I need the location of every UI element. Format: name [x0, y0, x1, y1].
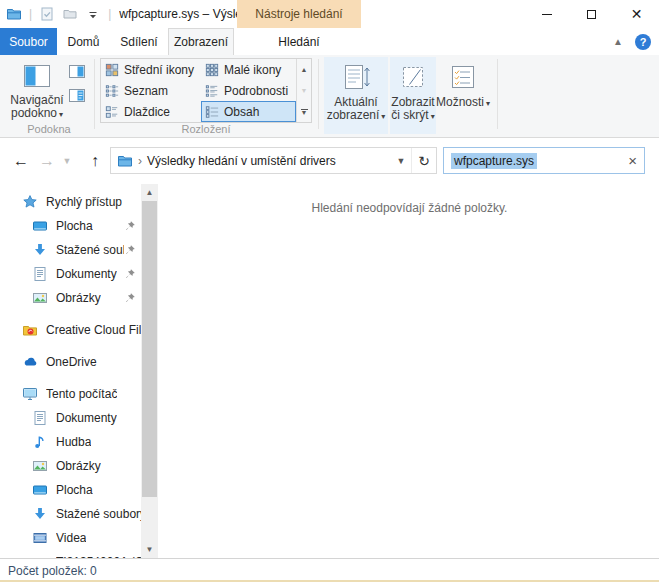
layout-scroll-up-icon[interactable]: ▲: [297, 59, 311, 80]
details-pane-button[interactable]: [66, 86, 88, 105]
tab-search[interactable]: Hledání: [237, 28, 361, 55]
onedrive-cloud-icon: [22, 354, 38, 370]
layout-scroll-buttons: ▲ ▼ ▼: [296, 59, 311, 122]
videos-icon: [32, 530, 48, 546]
navigation-pane: Rychlý přístup Plocha Stažené soub Dokum…: [0, 184, 160, 558]
this-pc-icon: [22, 386, 38, 402]
sidebar-tree-item[interactable]: Creative Cloud Fil: [0, 318, 160, 342]
current-view-button[interactable]: Aktuální zobrazení▾: [324, 57, 388, 134]
sidebar-tree-item[interactable]: Dokumenty: [0, 406, 160, 430]
layout-more-icon[interactable]: ▼: [297, 101, 311, 122]
quick-access-star-icon: [22, 194, 38, 210]
medium-icons-icon: [105, 63, 119, 77]
back-button[interactable]: ←: [8, 147, 34, 174]
options-button[interactable]: Možnosti▾: [438, 57, 488, 134]
maximize-icon: [587, 10, 596, 19]
forward-button[interactable]: →: [36, 147, 58, 174]
sidebar-tree-item[interactable]: Stažené soubory: [0, 502, 160, 526]
desktop-icon: [32, 218, 48, 234]
history-dropdown-icon[interactable]: ▼: [60, 147, 74, 174]
tab-home[interactable]: Domů: [57, 28, 110, 55]
search-box[interactable]: wfpcapture.sys ×: [443, 147, 645, 174]
layout-option[interactable]: Malé ikony: [201, 59, 296, 80]
group-label-panes: Podokna: [8, 123, 90, 135]
tab-view[interactable]: Zobrazení: [168, 28, 234, 55]
layout-option[interactable]: Střední ikony: [101, 59, 201, 80]
properties-icon[interactable]: [39, 6, 55, 22]
sidebar-tree-item[interactable]: Obrázky: [0, 454, 160, 478]
item-count: Počet položek: 0: [8, 564, 97, 578]
preview-pane-button[interactable]: [66, 62, 88, 81]
sidebar-tree-item[interactable]: Videa: [0, 526, 160, 550]
customize-quick-access-icon[interactable]: [85, 6, 101, 22]
creative-cloud-folder-icon: [22, 322, 38, 338]
sidebar-tree-item[interactable]: Tento počítač: [0, 382, 160, 406]
downloads-icon: [32, 242, 48, 258]
pin-icon: [124, 220, 136, 232]
contextual-tab-header: Nástroje hledání: [237, 0, 361, 28]
details-pane-icon: [67, 86, 87, 106]
dropdown-caret-icon: ▾: [431, 112, 435, 121]
desktop-icon: [32, 482, 48, 498]
group-separator: [318, 59, 319, 129]
preview-pane-icon: [67, 62, 87, 82]
scroll-up-icon[interactable]: ▲: [141, 184, 158, 201]
breadcrumb-path[interactable]: Výsledky hledání v umístění drivers: [147, 154, 336, 168]
show-hide-icon: [397, 61, 429, 93]
pictures-icon: [32, 290, 48, 306]
sidebar-scrollbar[interactable]: ▲ ▼: [141, 184, 158, 558]
status-bar: Počet položek: 0: [0, 558, 659, 582]
explorer-window-icon: [6, 6, 22, 22]
clear-search-icon[interactable]: ×: [628, 153, 637, 168]
dropdown-caret-icon: ▾: [59, 110, 63, 119]
breadcrumb-chevron-icon[interactable]: ›: [138, 154, 142, 168]
layout-option[interactable]: Seznam: [101, 80, 201, 101]
pictures-icon: [32, 458, 48, 474]
scrollbar-thumb[interactable]: [142, 201, 157, 497]
tab-share[interactable]: Sdílení: [110, 28, 168, 55]
location-folder-icon: [117, 153, 133, 169]
dropdown-caret-icon: ▾: [486, 99, 490, 108]
new-folder-icon[interactable]: [62, 6, 78, 22]
address-dropdown-icon[interactable]: ▼: [391, 156, 411, 166]
pin-icon: [124, 244, 136, 256]
options-icon: [447, 61, 479, 93]
sidebar-tree-item[interactable]: Dokumenty: [0, 262, 160, 286]
sidebar-tree-item[interactable]: OneDrive: [0, 350, 160, 374]
ribbon-tab-row: Soubor Domů Sdílení Zobrazení Hledání ▲ …: [0, 28, 659, 55]
help-icon[interactable]: ?: [635, 34, 651, 50]
sidebar-tree-item[interactable]: TI31354000A (C:): [0, 550, 160, 558]
refresh-icon[interactable]: ↻: [411, 148, 436, 173]
documents-icon: [32, 266, 48, 282]
maximize-button[interactable]: [569, 0, 614, 28]
close-button[interactable]: ✕: [614, 0, 659, 28]
layout-option[interactable]: Dlaždice: [101, 101, 201, 122]
search-input-value[interactable]: wfpcapture.sys: [451, 153, 537, 169]
layout-options-column-1: Střední ikony Seznam Dlaždice: [101, 59, 201, 122]
layout-option[interactable]: Obsah: [201, 101, 296, 122]
sidebar-tree-item[interactable]: Stažené soub: [0, 238, 160, 262]
sidebar-tree-item[interactable]: Plocha: [0, 478, 160, 502]
up-button[interactable]: ↑: [82, 147, 108, 174]
address-bar[interactable]: › Výsledky hledání v umístění drivers ▼ …: [110, 147, 437, 174]
ribbon: Navigační podokno▾ Podokna Střední ikony…: [0, 55, 659, 138]
current-view-label: Aktuální zobrazení▾: [324, 96, 388, 123]
sidebar-tree-item[interactable]: Plocha: [0, 214, 160, 238]
navigation-pane-button[interactable]: Navigační podokno▾: [8, 60, 66, 121]
list-view-icon: [105, 84, 119, 98]
sidebar-tree-item[interactable]: Obrázky: [0, 286, 160, 310]
tab-file[interactable]: Soubor: [0, 28, 57, 55]
tiles-view-icon: [105, 105, 119, 119]
collapse-ribbon-icon[interactable]: ▲: [613, 36, 623, 47]
layout-option[interactable]: Podrobnosti: [201, 80, 296, 101]
pin-icon: [124, 268, 136, 280]
sidebar-tree-item[interactable]: Rychlý přístup: [0, 190, 160, 214]
group-separator: [94, 59, 95, 129]
show-hide-button[interactable]: Zobrazit či skrýt▾: [390, 57, 436, 134]
sidebar-tree-item[interactable]: Hudba: [0, 430, 160, 454]
small-icons-icon: [205, 63, 219, 77]
content-view-icon: [205, 105, 219, 119]
minimize-button[interactable]: [524, 0, 569, 28]
scroll-down-icon[interactable]: ▼: [141, 541, 158, 558]
layout-scroll-down-icon[interactable]: ▼: [297, 80, 311, 101]
